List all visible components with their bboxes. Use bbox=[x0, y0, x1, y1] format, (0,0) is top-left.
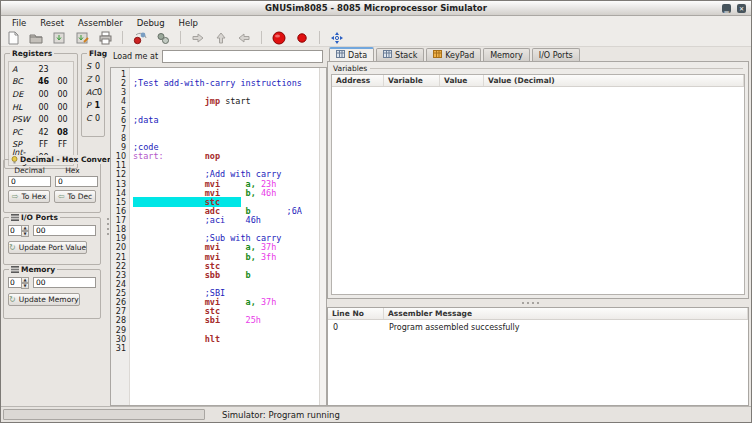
assemble-icon[interactable] bbox=[132, 30, 148, 46]
save-as-icon[interactable] bbox=[74, 30, 90, 46]
line-number: 22 bbox=[111, 262, 129, 271]
variables-col-variable[interactable]: Variable bbox=[384, 75, 440, 86]
decimal-label: Decimal bbox=[8, 166, 51, 175]
variables-col-address[interactable]: Address bbox=[332, 75, 384, 86]
registers-frame-title: Registers bbox=[10, 49, 54, 58]
code-line bbox=[133, 125, 319, 134]
show-current-line-icon[interactable] bbox=[329, 30, 345, 46]
messages-col-line-no[interactable]: Line No bbox=[328, 308, 384, 319]
port-address-input[interactable] bbox=[8, 225, 21, 236]
port-address-stepper[interactable]: ▲▼ bbox=[8, 225, 29, 236]
table-icon bbox=[383, 50, 392, 60]
flag-row-z: Z0 bbox=[86, 73, 100, 86]
spin-down-icon[interactable]: ▼ bbox=[21, 231, 29, 237]
update-port-value-button[interactable]: ↻Update Port Value bbox=[8, 241, 87, 254]
messages-col-assembler-message[interactable]: Assembler Message bbox=[384, 308, 748, 319]
tab-data[interactable]: Data bbox=[329, 47, 374, 61]
step-over-icon[interactable] bbox=[190, 30, 206, 46]
code-area[interactable]: ;Test add-with-carry instructions jmp st… bbox=[130, 68, 319, 405]
line-number: 10 bbox=[111, 152, 129, 161]
code-line bbox=[133, 107, 319, 116]
menu-assembler[interactable]: Assembler bbox=[71, 18, 130, 28]
run-icon[interactable] bbox=[271, 30, 287, 46]
menu-help[interactable]: Help bbox=[172, 18, 205, 28]
flag-row-p: P1 bbox=[86, 99, 100, 112]
lightbulb-icon bbox=[11, 156, 18, 164]
editor-scrollbar[interactable] bbox=[319, 68, 326, 405]
hex-label: Hex bbox=[51, 166, 94, 175]
table-icon bbox=[336, 50, 345, 60]
toolbar-separator bbox=[180, 31, 181, 44]
horizontal-splitter[interactable] bbox=[522, 300, 539, 306]
line-number: 1 bbox=[111, 70, 129, 79]
step-out-icon[interactable] bbox=[213, 30, 229, 46]
line-number: 15 bbox=[111, 198, 129, 207]
open-folder-icon[interactable] bbox=[28, 30, 44, 46]
left-panel: Registers A23BC4600DE0000HL0000PSW0000PC… bbox=[1, 47, 105, 406]
close-icon[interactable]: ✕ bbox=[737, 4, 746, 13]
register-row-bc: BC4600 bbox=[9, 76, 73, 89]
update-memory-button[interactable]: ↻Update Memory bbox=[8, 293, 80, 306]
io-ports-frame-title: I/O Ports bbox=[9, 213, 60, 222]
io-ports-frame: I/O Ports ▲▼ ↻Update Port Value bbox=[3, 217, 101, 265]
flags-frame: Flag S0Z0AC0P1C0 bbox=[81, 53, 105, 137]
line-number: 30 bbox=[111, 335, 129, 344]
save-icon[interactable] bbox=[51, 30, 67, 46]
status-bar: Simulator: Program running bbox=[1, 406, 751, 422]
print-icon[interactable] bbox=[97, 30, 113, 46]
variables-col-value-decimal-[interactable]: Value (Decimal) bbox=[484, 75, 744, 86]
port-value-input[interactable] bbox=[33, 225, 96, 236]
new-file-icon[interactable] bbox=[5, 30, 21, 46]
messages-table-body: 0Program assembled successfully bbox=[328, 320, 748, 332]
load-me-at-label: Load me at bbox=[113, 52, 158, 61]
line-number: 26 bbox=[111, 298, 129, 307]
code-line: ;Test add-with-carry instructions bbox=[133, 79, 319, 88]
menu-file[interactable]: File bbox=[5, 18, 33, 28]
spin-down-icon[interactable]: ▼ bbox=[21, 283, 29, 289]
message-text: Program assembled successfully bbox=[384, 323, 748, 332]
tab-label: I/O Ports bbox=[539, 51, 573, 60]
code-line: jmp start bbox=[133, 97, 319, 106]
line-number: 11 bbox=[111, 161, 129, 170]
tab-stack[interactable]: Stack bbox=[376, 48, 424, 61]
line-number: 6 bbox=[111, 116, 129, 125]
register-row-a: A23 bbox=[9, 63, 73, 76]
load-me-at-input[interactable] bbox=[162, 50, 323, 63]
decimal-input[interactable] bbox=[8, 176, 51, 187]
status-progress-box bbox=[3, 409, 205, 420]
flag-row-c: C0 bbox=[86, 112, 100, 125]
menu-reset[interactable]: Reset bbox=[33, 18, 71, 28]
messages-table-header: Line NoAssembler Message bbox=[328, 308, 748, 320]
to-hex-button[interactable]: ⇨To Hex bbox=[8, 190, 50, 203]
variables-frame-title: Variables bbox=[331, 63, 745, 73]
registers-list: A23BC4600DE0000HL0000PSW0000PC4208SPFFFF… bbox=[8, 61, 74, 166]
menu-debug[interactable]: Debug bbox=[130, 18, 172, 28]
line-number: 25 bbox=[111, 289, 129, 298]
message-row[interactable]: 0Program assembled successfully bbox=[328, 320, 748, 332]
minimize-icon[interactable]: ▁ bbox=[722, 4, 731, 13]
memory-address-input[interactable] bbox=[8, 277, 21, 288]
app-window: GNUSim8085 - 8085 Microprocessor Simulat… bbox=[0, 0, 752, 423]
line-number: 7 bbox=[111, 125, 129, 134]
stop-icon[interactable] bbox=[294, 30, 310, 46]
memory-value-input[interactable] bbox=[33, 277, 96, 288]
line-number: 20 bbox=[111, 243, 129, 252]
menu-bar: FileResetAssemblerDebugHelp bbox=[1, 16, 751, 29]
hex-input[interactable] bbox=[55, 176, 98, 187]
toolbar-separator bbox=[122, 31, 123, 44]
step-back-icon[interactable] bbox=[236, 30, 252, 46]
variables-col-value[interactable]: Value bbox=[440, 75, 484, 86]
tab-memory[interactable]: Memory bbox=[483, 48, 530, 61]
tab-keypad[interactable]: KeyPad bbox=[426, 48, 481, 61]
variables-table-body[interactable] bbox=[332, 87, 744, 294]
io-ports-icon bbox=[11, 214, 19, 221]
code-line: sbi 25h bbox=[133, 316, 319, 325]
to-dec-button[interactable]: ⇦To Dec bbox=[54, 190, 96, 203]
assemble-load-icon[interactable] bbox=[155, 30, 171, 46]
assembler-messages-table: Line NoAssembler Message 0Program assemb… bbox=[327, 307, 749, 406]
code-line: ;aci 46h bbox=[133, 216, 319, 225]
line-number: 29 bbox=[111, 326, 129, 335]
tab-i-o-ports[interactable]: I/O Ports bbox=[532, 48, 580, 61]
line-number: 21 bbox=[111, 253, 129, 262]
memory-address-stepper[interactable]: ▲▼ bbox=[8, 277, 29, 288]
